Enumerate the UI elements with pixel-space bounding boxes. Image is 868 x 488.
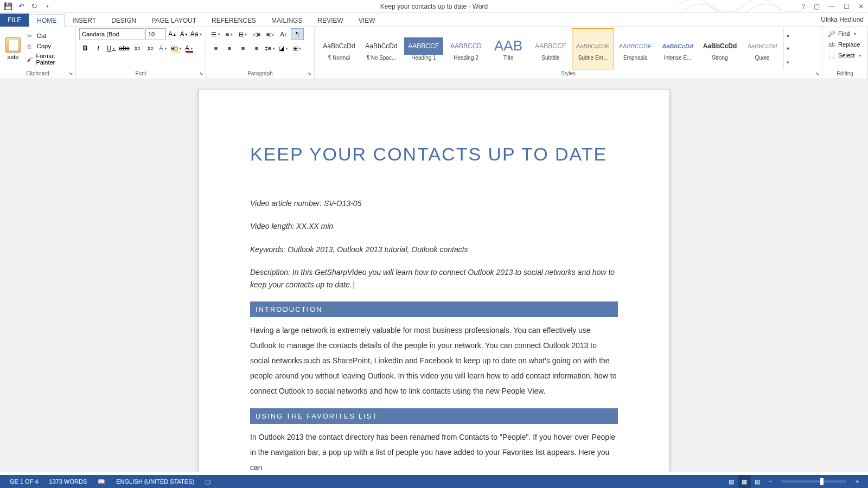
superscript-button[interactable]: x2 xyxy=(144,42,156,54)
tab-references[interactable]: REFERENCES xyxy=(204,15,264,27)
find-button[interactable]: 🔎 Find▼ xyxy=(826,28,864,39)
styles-more[interactable]: ▾ xyxy=(784,56,792,69)
grow-font-button[interactable]: A▲ xyxy=(167,28,178,40)
styles-launcher[interactable]: ⬊ xyxy=(814,71,821,78)
read-mode-button[interactable]: ▤ xyxy=(725,475,738,488)
line-spacing-button[interactable]: ‡≡▼ xyxy=(264,42,277,54)
shrink-font-button[interactable]: A▼ xyxy=(179,28,190,40)
font-name-input[interactable] xyxy=(79,28,144,40)
sort-button[interactable]: A↓ xyxy=(277,28,290,40)
font-size-input[interactable] xyxy=(145,28,166,40)
quick-access-toolbar: 💾 ↶ ↻ ▼ xyxy=(0,1,55,12)
numbering-button[interactable]: ≡▼ xyxy=(223,28,236,40)
subscript-button[interactable]: x2 xyxy=(131,42,143,54)
doc-meta-description[interactable]: Description: In this GetSharpVideo you w… xyxy=(250,266,618,291)
section-header-favorites[interactable]: USING THE FAVORITES LIST xyxy=(250,408,618,424)
repeat-button[interactable]: ↻ xyxy=(28,1,40,12)
page[interactable]: KEEP YOUR CONTACTS UP TO DATE Video arti… xyxy=(198,89,670,472)
increase-indent-button[interactable]: ≡▷ xyxy=(264,28,277,40)
paragraph-launcher[interactable]: ⬊ xyxy=(307,71,313,78)
style-item[interactable]: AABTitle xyxy=(487,28,529,69)
user-name[interactable]: Ulrika Hedlund xyxy=(821,16,864,23)
select-button[interactable]: ⬚ Select▼ xyxy=(826,50,864,61)
style-item[interactable]: AABBCCDEEmphasis xyxy=(614,28,656,69)
style-item[interactable]: AaBbCcDdQuote xyxy=(741,28,783,69)
show-marks-button[interactable]: ¶ xyxy=(291,28,304,40)
font-launcher[interactable]: ⬊ xyxy=(198,71,205,78)
bold-button[interactable]: B xyxy=(79,42,91,54)
style-item[interactable]: AaBbCcDdESubtle Em... xyxy=(572,28,614,69)
replace-button[interactable]: ab Replace xyxy=(826,39,864,50)
style-item[interactable]: AaBbCcDdStrong xyxy=(699,28,741,69)
zoom-in-button[interactable]: + xyxy=(851,475,864,488)
multilevel-button[interactable]: ⊟▼ xyxy=(237,28,250,40)
tab-insert[interactable]: INSERT xyxy=(65,15,104,27)
zoom-thumb[interactable] xyxy=(820,478,824,485)
align-left-button[interactable]: ≡ xyxy=(209,42,222,54)
tab-file[interactable]: FILE xyxy=(0,14,29,27)
strikethrough-button[interactable]: abc xyxy=(118,42,130,54)
section-body-intro[interactable]: Having a large network is extremely valu… xyxy=(250,323,618,399)
tab-review[interactable]: REVIEW xyxy=(310,15,350,27)
print-layout-button[interactable]: ▦ xyxy=(738,475,751,488)
align-center-button[interactable]: ≡ xyxy=(223,42,236,54)
web-layout-button[interactable]: ▨ xyxy=(751,475,764,488)
section-body-favorites[interactable]: In Outlook 2013 the contact directory ha… xyxy=(250,429,618,472)
qat-customize[interactable]: ▼ xyxy=(41,1,53,12)
align-right-button[interactable]: ≡ xyxy=(237,42,250,54)
undo-button[interactable]: ↶ xyxy=(15,1,27,12)
minimize-button[interactable]: — xyxy=(826,3,837,10)
tab-page-layout[interactable]: PAGE LAYOUT xyxy=(144,15,204,27)
language[interactable]: ENGLISH (UNITED STATES) xyxy=(111,475,200,488)
style-item[interactable]: AaBbCcDd¶ No Spac... xyxy=(360,28,403,69)
style-item[interactable]: AABBCCESubtitle xyxy=(529,28,572,69)
copy-button[interactable]: ⎘ Copy xyxy=(25,42,72,50)
doc-meta-keywords[interactable]: Keywords: Outlook 2013, Outlook 2013 tut… xyxy=(250,243,618,255)
style-item[interactable]: AaBbCcDd¶ Normal xyxy=(318,28,360,69)
style-item[interactable]: AaBbCcDdIntense E... xyxy=(656,28,699,69)
paste-icon xyxy=(5,37,21,53)
page-number[interactable]: GE 1 OF 4 xyxy=(4,475,44,488)
font-color-button[interactable]: A▼ xyxy=(183,42,195,54)
change-case-button[interactable]: Aa▼ xyxy=(190,28,202,40)
borders-button[interactable]: ⊞▼ xyxy=(291,42,304,54)
close-button[interactable]: ✕ xyxy=(856,3,866,10)
tab-view[interactable]: VIEW xyxy=(351,15,383,27)
paste-button[interactable]: aste xyxy=(3,28,23,69)
ribbon-display-button[interactable]: ▢ xyxy=(812,3,822,10)
text-effects-button[interactable]: A▼ xyxy=(157,42,169,54)
doc-meta-length[interactable]: Video length: XX.XX min xyxy=(250,220,618,232)
cut-button[interactable]: ✂ Cut xyxy=(25,31,72,40)
tab-mailings[interactable]: MAILINGS xyxy=(264,15,310,27)
macro-icon[interactable]: ▢ xyxy=(200,475,216,488)
save-button[interactable]: 💾 xyxy=(2,1,14,12)
style-preview: AaBbCcDd xyxy=(700,37,739,55)
underline-button[interactable]: U▼ xyxy=(105,42,117,54)
document-canvas[interactable]: KEEP YOUR CONTACTS UP TO DATE Video arti… xyxy=(0,79,868,472)
maximize-button[interactable]: ☐ xyxy=(841,3,852,10)
section-header-intro[interactable]: INTRODUCTION xyxy=(250,301,618,317)
doc-title[interactable]: KEEP YOUR CONTACTS UP TO DATE xyxy=(250,144,618,165)
styles-up[interactable]: ▲ xyxy=(784,28,792,42)
style-preview: AABBCCE xyxy=(531,37,570,55)
spelling-icon[interactable]: 📖 xyxy=(92,475,111,488)
justify-button[interactable]: ≡ xyxy=(250,42,263,54)
bullets-button[interactable]: ☰▼ xyxy=(209,28,222,40)
zoom-slider[interactable] xyxy=(781,480,846,483)
word-count[interactable]: 1373 WORDS xyxy=(44,475,93,488)
help-button[interactable]: ? xyxy=(799,3,807,10)
tab-design[interactable]: DESIGN xyxy=(104,15,144,27)
format-painter-button[interactable]: 🖌 Format Painter xyxy=(25,52,72,66)
tab-home[interactable]: HOME xyxy=(29,14,65,27)
italic-button[interactable]: I xyxy=(92,42,104,54)
highlight-button[interactable]: ab▼ xyxy=(170,42,182,54)
doc-meta-article-number[interactable]: Video article number: SV-O13-05 xyxy=(250,197,618,209)
clipboard-launcher[interactable]: ⬊ xyxy=(68,71,74,78)
shading-button[interactable]: ◪▼ xyxy=(277,42,290,54)
window-controls: ? ▢ — ☐ ✕ xyxy=(799,3,868,10)
zoom-out-button[interactable]: − xyxy=(764,475,777,488)
style-item[interactable]: AABBCCEHeading 1 xyxy=(403,28,445,69)
style-item[interactable]: AABBCCDHeading 2 xyxy=(445,28,487,69)
styles-down[interactable]: ▼ xyxy=(784,42,792,55)
decrease-indent-button[interactable]: ◁≡ xyxy=(250,28,263,40)
